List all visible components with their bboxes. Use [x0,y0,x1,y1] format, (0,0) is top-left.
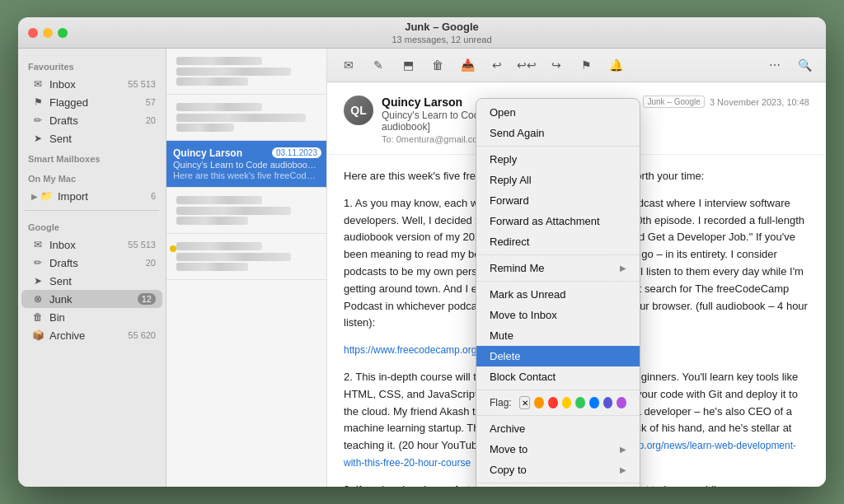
ctx-apply-rules[interactable]: Apply Rules [476,486,640,487]
ctx-reply-all[interactable]: Reply All [476,170,640,190]
reply-all-button[interactable]: ↩↩ [515,54,538,77]
titlebar: Junk – Google 13 messages, 12 unread [18,17,826,49]
ctx-open[interactable]: Open [476,102,640,123]
sidebar-item-label: Bin [49,311,156,324]
flag-green[interactable] [575,397,585,408]
mail-window: Junk – Google 13 messages, 12 unread Fav… [18,17,826,487]
import-icon: 📁 [40,189,53,203]
ctx-delete[interactable]: Delete [476,346,640,366]
flag-blue[interactable] [589,397,599,408]
list-item[interactable] [166,49,326,95]
sidebar-section-smart: Smart Mailboxes [18,147,166,167]
sidebar-divider [25,210,159,211]
prev-button[interactable]: ⋯ [763,54,786,77]
ctx-remind[interactable]: Remind Me ▶ [476,258,640,278]
sidebar-item-google-bin[interactable]: 🗑 Bin [21,308,162,326]
flag-clear[interactable]: ✕ [519,396,531,409]
ctx-copy-to[interactable]: Copy to ▶ [476,460,640,480]
move-button[interactable]: 📥 [456,54,479,77]
compose-button[interactable]: ✎ [367,54,390,77]
flag-yellow[interactable] [562,397,572,408]
reply-button[interactable]: ↩ [485,54,509,77]
ctx-separator-2 [476,254,640,255]
ctx-block[interactable]: Block Contact [476,366,640,387]
archive-count: 55 620 [128,330,156,340]
minimize-button[interactable] [43,28,53,38]
flag-purple[interactable] [617,397,626,408]
traffic-lights [28,28,68,38]
notification-button[interactable]: 🔔 [604,54,627,77]
flag-orange[interactable] [534,397,544,408]
flag-indigo[interactable] [603,397,613,408]
maximize-button[interactable] [58,28,68,38]
ctx-send-again[interactable]: Send Again [476,123,640,143]
ctx-archive[interactable]: Archive [476,418,640,439]
ctx-separator-1 [476,146,640,147]
sidebar-item-label: Sent [49,133,156,145]
junk-icon: ⊗ [31,292,45,306]
main-content: Favourites ✉ Inbox 55 513 ⚑ Flagged 57 ✏… [18,49,826,487]
archive-button[interactable]: ⬒ [396,54,420,77]
ctx-separator-6 [476,483,640,483]
sidebar-item-google-archive[interactable]: 📦 Archive 55 620 [21,326,162,344]
sidebar-item-label: Flagged [49,96,143,109]
sidebar: Favourites ✉ Inbox 55 513 ⚑ Flagged 57 ✏… [18,49,166,487]
ctx-reply[interactable]: Reply [476,149,640,170]
sidebar-item-label: Junk [49,293,134,306]
sidebar-item-google-inbox[interactable]: ✉ Inbox 55 513 [21,236,162,254]
arrow-icon: ▶ [620,465,626,474]
google-sent-icon: ➤ [31,274,45,287]
get-mail-button[interactable]: ✉ [337,54,360,77]
flag-button[interactable]: ⚑ [574,54,598,77]
sidebar-item-google-sent[interactable]: ➤ Sent [21,272,162,290]
flag-row: Flag: ✕ [476,393,640,413]
inbox-count: 55 513 [128,79,156,89]
message-list: Quincy Larson 03.11.2023 Quincy's Learn … [166,49,327,487]
avatar: QL [344,96,373,125]
sidebar-item-flagged[interactable]: ⚑ Flagged 57 [21,93,162,111]
sidebar-item-inbox[interactable]: ✉ Inbox 55 513 [21,75,162,93]
ctx-move-inbox[interactable]: Move to Inbox [476,305,640,325]
junk-badge: 12 [138,293,156,305]
google-inbox-count: 55 513 [128,240,156,250]
list-item[interactable] [166,234,326,280]
sidebar-item-drafts[interactable]: ✏ Drafts 20 [21,111,162,129]
sidebar-section-favourites: Favourites [18,55,166,75]
list-item[interactable] [166,95,326,141]
google-drafts-icon: ✏ [31,256,45,269]
sidebar-item-google-drafts[interactable]: ✏ Drafts 20 [21,254,162,272]
context-menu: Open Send Again Reply Reply All Forward … [476,98,640,487]
arrow-icon: ▶ [31,192,38,201]
trash-button[interactable]: 🗑 [426,54,449,77]
sidebar-item-sent[interactable]: ➤ Sent [21,129,162,147]
archive-icon: 📦 [31,329,45,342]
window-subtitle: 13 messages, 12 unread [392,35,491,44]
ctx-forward-attachment[interactable]: Forward as Attachment [476,211,640,231]
flagged-icon: ⚑ [31,96,45,109]
ctx-mark-unread[interactable]: Mark as Unread [476,284,640,305]
flag-red[interactable] [548,397,558,408]
list-item[interactable] [166,188,326,234]
close-button[interactable] [28,28,38,38]
sidebar-section-google: Google [18,216,166,236]
import-count: 6 [151,191,156,201]
sidebar-item-label: Drafts [49,257,143,269]
email-content: ✉ ✎ ⬒ 🗑 📥 ↩ ↩↩ ↪ ⚑ 🔔 ⋯ 🔍 QL [327,49,826,487]
search-button[interactable]: 🔍 [793,54,816,77]
email-date-label: Junk – Google 3 November 2023, 10:48 [643,96,809,108]
ctx-forward[interactable]: Forward [476,190,640,211]
flag-label: Flag: [490,397,512,408]
ctx-redirect[interactable]: Redirect [476,231,640,252]
ctx-move-to[interactable]: Move to ▶ [476,439,640,460]
sidebar-item-import[interactable]: ▶ 📁 Import 6 [21,187,162,205]
sidebar-item-label: Inbox [49,78,124,91]
sidebar-item-google-junk[interactable]: ⊗ Junk 12 [21,290,162,308]
sidebar-section-mac: On My Mac [18,167,166,187]
junk-label: Junk – Google [643,96,705,108]
forward-button[interactable]: ↪ [545,54,568,77]
google-drafts-count: 20 [146,258,156,268]
sidebar-item-label: Drafts [49,114,143,127]
ctx-mute[interactable]: Mute [476,325,640,346]
list-item-selected[interactable]: Quincy Larson 03.11.2023 Quincy's Learn … [166,141,326,188]
email-toolbar: ✉ ✎ ⬒ 🗑 📥 ↩ ↩↩ ↪ ⚑ 🔔 ⋯ 🔍 [327,49,826,82]
